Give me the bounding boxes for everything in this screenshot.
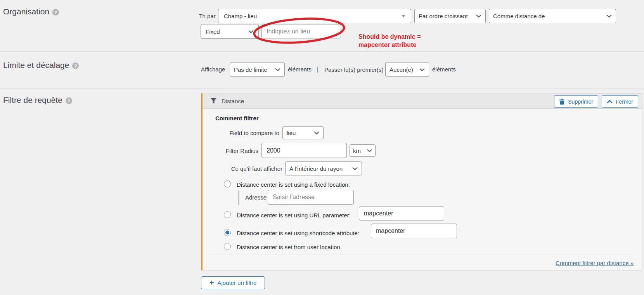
adresse-label: Adresse (245, 194, 267, 201)
section-divider (0, 88, 644, 88)
what-to-show-value: À l'intérieur du rayon (289, 165, 343, 172)
help-icon[interactable]: ? (72, 62, 79, 69)
indent-bar (238, 191, 239, 205)
radius-unit-select[interactable]: km (350, 144, 376, 157)
chevron-down-icon (314, 131, 319, 135)
field-compare-value: lieu (287, 130, 296, 136)
radio-fixed-location-label: Distance center is set using a fixed loc… (237, 181, 350, 188)
close-filter-button[interactable]: Fermer (602, 95, 638, 108)
fixed-mode-value: Fixed (206, 28, 220, 35)
how-to-filter-heading: Comment filtrer (215, 115, 259, 121)
filter-title: Distance (222, 98, 244, 104)
radio-shortcode-attribute[interactable] (224, 229, 231, 236)
field-compare-label: Field to compare to (216, 130, 279, 136)
radio-url-parameter-label: Distance center is set using URL paramet… (237, 212, 351, 219)
filter-panel: Distance Supprimer Fermer (201, 93, 642, 271)
annotation-line: mapcenter attribute (358, 41, 421, 49)
sort-order-select[interactable]: Par ordre croissant (414, 9, 486, 23)
section-filtre-label: Filtre de requête ? (3, 95, 72, 105)
limit-value: Pas de limite (234, 66, 267, 73)
chevron-down-icon (606, 14, 612, 18)
page: Organisation ? Limite et décalage ? Filt… (0, 0, 644, 295)
how-to-filter-link[interactable]: Comment filtrer par distance » (556, 260, 634, 266)
radio-shortcode-attribute-label: Distance center is set using shortcode a… (237, 230, 359, 236)
section-title: Limite et décalage (3, 61, 69, 70)
radius-unit-value: km (353, 148, 361, 154)
add-filter-label: Ajouter un filtre (217, 279, 256, 286)
field-compare-select[interactable]: lieu (282, 126, 324, 139)
delete-filter-label: Supprimer (568, 99, 593, 105)
elements-label: éléments (288, 66, 312, 73)
chevron-down-icon (275, 68, 280, 71)
add-filter-button[interactable]: + Ajouter un filtre (201, 276, 265, 289)
sort-order-value: Par ordre croissant (419, 13, 468, 19)
annotation-line: Should be dynamic = (358, 33, 421, 41)
separator: | (317, 66, 319, 73)
limit-select[interactable]: Pas de limite (230, 62, 285, 77)
chevron-down-icon (352, 167, 358, 170)
skip-select[interactable]: Aucun(e) (385, 62, 429, 77)
funnel-icon (210, 98, 217, 104)
elements-label: éléments (432, 66, 456, 73)
red-circle-annotation (250, 16, 348, 45)
dropdown-arrow-icon (402, 15, 405, 17)
what-to-show-select[interactable]: À l'intérieur du rayon (285, 161, 362, 175)
delete-filter-button[interactable]: Supprimer (554, 95, 598, 108)
help-icon[interactable]: ? (52, 9, 59, 16)
adresse-input[interactable] (268, 190, 354, 205)
section-divider (0, 51, 644, 52)
skip-value: Aucun(e) (390, 66, 413, 73)
skip-label: Passer le(s) premier(s) (324, 66, 384, 73)
help-icon[interactable]: ? (66, 97, 72, 104)
chevron-down-icon (419, 68, 425, 71)
section-title: Filtre de requête (3, 95, 62, 105)
trash-icon (559, 99, 565, 105)
sort-distance-value: Comme distance de (493, 13, 545, 19)
what-to-show-label: Ce qu’il faut afficher (216, 165, 282, 172)
filter-radius-input[interactable] (261, 143, 347, 158)
filter-panel-header: Distance Supprimer Fermer (203, 94, 642, 109)
close-filter-label: Fermer (616, 99, 633, 105)
affichage-label: Affichage (201, 66, 225, 73)
chevron-down-icon (476, 14, 481, 18)
radio-user-location-label: Distance center is set from user locatio… (237, 244, 342, 250)
shortcode-attribute-input[interactable] (371, 224, 457, 238)
radio-fixed-location[interactable] (224, 180, 231, 187)
filter-panel-footer: Comment filtrer par distance » (209, 255, 634, 267)
section-organisation-label: Organisation ? (3, 7, 59, 16)
chevron-down-icon (367, 149, 372, 152)
annotation-note: Should be dynamic = mapcenter attribute (358, 33, 421, 49)
sort-distance-select[interactable]: Comme distance de (489, 9, 616, 23)
filter-radius-label: Filter Radius (209, 148, 258, 154)
radio-user-location[interactable] (224, 243, 231, 250)
chevron-up-icon (607, 100, 613, 104)
tri-par-label: Tri par (199, 13, 216, 19)
section-limite-label: Limite et décalage ? (3, 61, 79, 70)
url-parameter-input[interactable] (359, 206, 444, 220)
radio-url-parameter[interactable] (224, 211, 231, 218)
section-title: Organisation (3, 7, 49, 16)
plus-icon: + (209, 279, 214, 286)
